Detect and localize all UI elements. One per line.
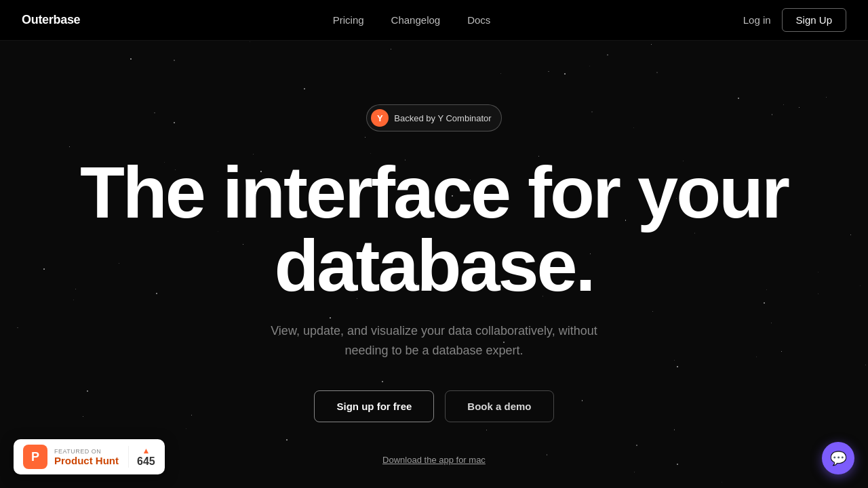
nav-auth: Log in Sign Up bbox=[743, 8, 846, 32]
hero-title: The interface for your database. bbox=[80, 156, 788, 302]
navbar: Outerbase Pricing Changelog Docs Log in … bbox=[0, 0, 868, 41]
nav-links: Pricing Changelog Docs bbox=[333, 14, 491, 26]
logo: Outerbase bbox=[22, 13, 80, 27]
hero-title-line2: database. bbox=[274, 224, 593, 306]
nav-changelog[interactable]: Changelog bbox=[391, 14, 441, 26]
hero-section: Y Backed by Y Combinator The interface f… bbox=[0, 41, 868, 488]
mac-download-link[interactable]: Download the app for mac bbox=[382, 455, 486, 465]
yc-badge-text: Backed by Y Combinator bbox=[394, 113, 491, 123]
nav-docs[interactable]: Docs bbox=[467, 14, 490, 26]
yc-badge: Y Backed by Y Combinator bbox=[366, 104, 501, 131]
login-button[interactable]: Log in bbox=[743, 14, 771, 26]
hero-title-line1: The interface for your bbox=[80, 151, 788, 233]
yc-icon: Y bbox=[371, 109, 389, 127]
signup-free-button[interactable]: Sign up for free bbox=[314, 390, 434, 422]
cta-group: Sign up for free Book a demo bbox=[314, 390, 553, 422]
hero-subtitle: View, update, and visualize your data co… bbox=[251, 321, 617, 361]
book-demo-button[interactable]: Book a demo bbox=[445, 390, 553, 422]
nav-pricing[interactable]: Pricing bbox=[333, 14, 364, 26]
signup-button[interactable]: Sign Up bbox=[782, 8, 846, 32]
